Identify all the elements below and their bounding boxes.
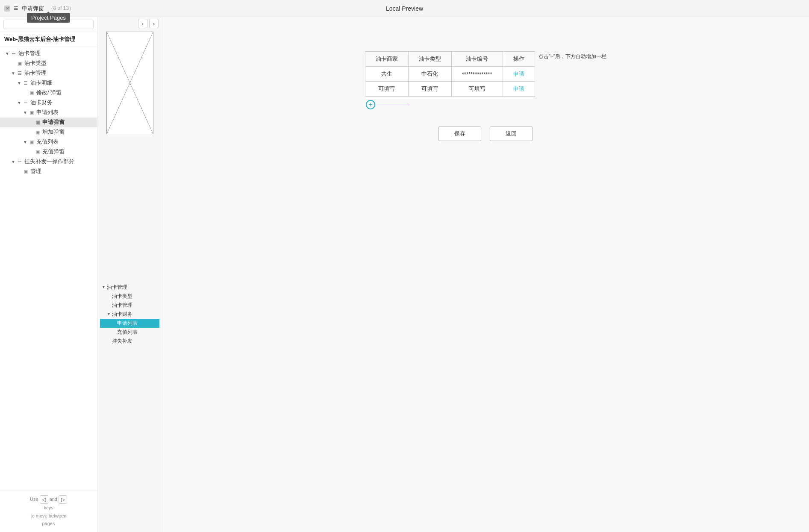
mini-tree-item[interactable]: 充值列表: [100, 328, 159, 337]
footer-use-text: Use: [30, 497, 38, 502]
footer-move-text: to move between: [31, 513, 67, 518]
tree-node-label: 油卡管理: [18, 50, 41, 57]
sidebar-tree-item[interactable]: ▣增加弹窗: [0, 127, 97, 137]
mini-tree-item[interactable]: ▼油卡财务: [100, 310, 159, 319]
preview-content-wrapper: 油卡商家油卡类型油卡编号操作共生中石化**************申请可填写可填…: [365, 51, 606, 141]
preview-area: 油卡商家油卡类型油卡编号操作共生中石化**************申请可填写可填…: [162, 17, 809, 532]
tree-node-icon: ☰: [16, 71, 23, 76]
table-cell: 可填写: [365, 82, 408, 97]
dashed-line: [375, 105, 409, 105]
tree-node-icon: ☰: [22, 80, 29, 86]
preview-title: Local Preview: [386, 5, 423, 12]
tree-node-label: 油卡管理: [24, 70, 47, 77]
mini-tree-item[interactable]: 油卡管理: [100, 301, 159, 310]
table-cell: 申请: [503, 82, 535, 97]
menu-icon[interactable]: ≡: [14, 4, 18, 13]
back-button[interactable]: 返回: [490, 126, 532, 141]
sidebar-tree-item[interactable]: ▣修改/ 弹窗: [0, 88, 97, 98]
table-row: 共生中石化**************申请: [365, 67, 535, 82]
table-cell: 可填写: [451, 82, 503, 97]
footer-pages-text: pages: [42, 521, 55, 526]
tree-arrow-icon: ▼: [22, 140, 28, 144]
tree-arrow-icon: ▼: [10, 159, 16, 164]
mini-tree-label: 油卡管理: [112, 302, 132, 309]
tree-node-icon: ▣: [34, 149, 41, 155]
sidebar-tree-item[interactable]: ▣油卡类型: [0, 59, 97, 68]
table-cell: **************: [451, 67, 503, 82]
add-row-button[interactable]: +: [366, 100, 375, 109]
tree-node-icon: ▣: [34, 120, 41, 125]
mini-tree-item[interactable]: 申请列表: [100, 319, 159, 328]
sidebar-tree-item[interactable]: ▼▣申请列表: [0, 108, 97, 118]
tree-node-label: 充值列表: [36, 138, 59, 146]
mini-tree-item[interactable]: ▼油卡管理: [100, 283, 159, 292]
tree-node-icon: ▣: [22, 169, 29, 174]
sidebar-tree-item[interactable]: ▣管理: [0, 167, 97, 176]
tree-node-label: 申请弹窗: [42, 119, 65, 126]
mini-tree-label: 申请列表: [117, 320, 138, 327]
right-key[interactable]: ▷: [59, 495, 67, 504]
save-button[interactable]: 保存: [438, 126, 481, 141]
tree-node-label: 管理: [30, 168, 41, 175]
left-sidebar: Web-黑猫云车后台-油卡管理 ▼☰油卡管理▣油卡类型▼☰油卡管理▼☰油卡明细▣…: [0, 17, 97, 532]
sidebar-tree-item[interactable]: ▼▣充值列表: [0, 137, 97, 147]
table-header-cell: 油卡编号: [451, 52, 503, 67]
sidebar-tree-item[interactable]: ▣充值弹窗: [0, 147, 97, 157]
footer-keys-text: keys: [44, 505, 53, 510]
mini-tree-item[interactable]: 挂失补发: [100, 337, 159, 346]
tree-node-label: 充值弹窗: [42, 148, 65, 156]
left-key[interactable]: ◁: [40, 495, 48, 504]
page-title: 申请弹窗: [22, 5, 44, 12]
mini-tree-arrow: ▼: [102, 285, 107, 289]
apply-link[interactable]: 申请: [513, 85, 524, 92]
tree-node-label: 油卡明细: [30, 79, 53, 87]
middle-panel: ‹ › ▼油卡管理油卡类型油卡管理▼油卡财务申请列表充值列表挂失补发: [97, 17, 162, 532]
sidebar-tree-item[interactable]: ▼☰油卡明细: [0, 78, 97, 88]
tree-node-icon: ☰: [22, 100, 29, 106]
tree-node-icon: ▣: [28, 139, 35, 145]
tree-arrow-icon: ▼: [16, 81, 22, 85]
project-title: Web-黑猫云车后台-油卡管理: [0, 32, 97, 47]
mini-tree-item[interactable]: 油卡类型: [100, 292, 159, 301]
hint-area: 点击"+"后，下方自动增加一栏: [535, 51, 607, 60]
mini-tree-label: 挂失补发: [112, 338, 132, 345]
table-wrapper: 油卡商家油卡类型油卡编号操作共生中石化**************申请可填写可填…: [365, 51, 606, 109]
table-cell: 可填写: [408, 82, 451, 97]
tree-arrow-icon: ▼: [16, 100, 22, 105]
sidebar-tree-item[interactable]: ▼☰挂失补发—操作部分: [0, 157, 97, 167]
table-row: 可填写可填写可填写申请: [365, 82, 535, 97]
pages-count: （8 of 13）: [48, 5, 74, 12]
sidebar-tree-item[interactable]: ▼☰油卡财务: [0, 98, 97, 108]
apply-link[interactable]: 申请: [513, 71, 524, 77]
tree-node-label: 增加弹窗: [42, 129, 65, 136]
main-layout: Web-黑猫云车后台-油卡管理 ▼☰油卡管理▣油卡类型▼☰油卡管理▼☰油卡明细▣…: [0, 17, 809, 532]
tree-node-icon: ▣: [28, 110, 35, 115]
tree-node-label: 修改/ 弹窗: [36, 89, 62, 97]
mini-tree-label: 充值列表: [117, 329, 138, 336]
tree-node-icon: ☰: [10, 51, 17, 56]
add-row-area: +: [366, 100, 535, 109]
action-buttons: 保存 返回: [365, 126, 606, 141]
mini-tree-label: 油卡类型: [112, 293, 132, 300]
sidebar-tree-item[interactable]: ▣申请弹窗: [0, 118, 97, 127]
wireframe-container: [97, 30, 162, 281]
next-page-button[interactable]: ›: [149, 19, 159, 28]
tree-arrow-icon: ▼: [10, 71, 16, 76]
sidebar-tree: ▼☰油卡管理▣油卡类型▼☰油卡管理▼☰油卡明细▣修改/ 弹窗▼☰油卡财务▼▣申请…: [0, 47, 97, 491]
table-header-cell: 油卡商家: [365, 52, 408, 67]
tree-node-label: 挂失补发—操作部分: [24, 158, 74, 165]
right-content: 油卡商家油卡类型油卡编号操作共生中石化**************申请可填写可填…: [162, 17, 809, 532]
table-header-cell: 油卡类型: [408, 52, 451, 67]
sidebar-tree-item[interactable]: ▼☰油卡管理: [0, 49, 97, 59]
table-header-cell: 操作: [503, 52, 535, 67]
prev-page-button[interactable]: ‹: [138, 19, 147, 28]
table-cell: 共生: [365, 67, 408, 82]
data-table: 油卡商家油卡类型油卡编号操作共生中石化**************申请可填写可填…: [365, 51, 535, 97]
tree-arrow-icon: ▼: [22, 110, 28, 115]
hint-text: 点击"+"后，下方自动增加一栏: [538, 53, 607, 60]
tree-node-icon: ▣: [28, 90, 35, 96]
sidebar-tree-item[interactable]: ▼☰油卡管理: [0, 68, 97, 78]
mini-page-tree: ▼油卡管理油卡类型油卡管理▼油卡财务申请列表充值列表挂失补发: [97, 281, 162, 532]
sidebar-footer: Use ◁ and ▷ keys to move between pages: [0, 491, 97, 532]
close-button[interactable]: ✕: [4, 6, 10, 12]
